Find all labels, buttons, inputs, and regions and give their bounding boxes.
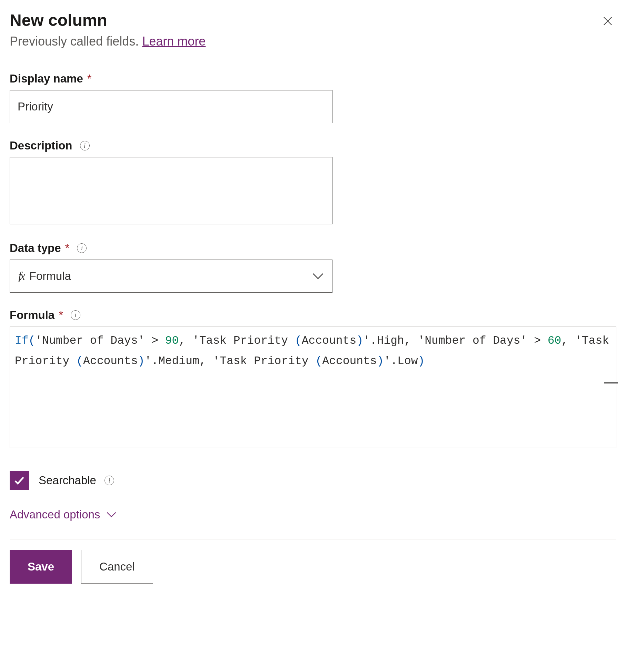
info-icon[interactable]: i xyxy=(105,476,114,485)
searchable-row: Searchable i xyxy=(10,471,616,490)
panel-header: New column xyxy=(10,10,616,31)
searchable-checkbox[interactable] xyxy=(10,471,29,490)
info-icon[interactable]: i xyxy=(80,141,90,150)
advanced-options-label: Advanced options xyxy=(10,508,100,521)
required-indicator: * xyxy=(87,72,92,85)
display-name-label-text: Display name xyxy=(10,72,83,85)
description-input[interactable] xyxy=(10,157,332,224)
checkmark-icon xyxy=(13,474,26,487)
learn-more-link[interactable]: Learn more xyxy=(142,34,206,48)
panel-footer: Save Cancel xyxy=(10,539,616,594)
description-field: Description i xyxy=(10,139,616,226)
display-name-field: Display name * xyxy=(10,72,616,123)
required-indicator: * xyxy=(59,309,63,322)
formula-icon: fx xyxy=(18,270,24,283)
formula-field: Formula * i If('Number of Days' > 90, 'T… xyxy=(10,309,616,448)
data-type-value: Formula xyxy=(29,270,312,283)
panel-title: New column xyxy=(10,10,107,30)
resize-handle-icon[interactable] xyxy=(604,382,618,383)
data-type-label-text: Data type xyxy=(10,242,61,255)
save-button[interactable]: Save xyxy=(10,550,72,584)
close-button[interactable] xyxy=(599,12,616,31)
info-icon[interactable]: i xyxy=(71,310,80,320)
new-column-panel: New column Previously called fields. Lea… xyxy=(0,0,626,594)
description-label: Description i xyxy=(10,139,616,152)
data-type-label: Data type * i xyxy=(10,242,616,255)
formula-editor[interactable]: If('Number of Days' > 90, 'Task Priority… xyxy=(10,327,616,448)
advanced-options-toggle[interactable]: Advanced options xyxy=(10,508,117,521)
panel-subtitle: Previously called fields. Learn more xyxy=(10,34,616,49)
description-label-text: Description xyxy=(10,139,72,152)
subtitle-text: Previously called fields. xyxy=(10,34,142,48)
cancel-button[interactable]: Cancel xyxy=(81,550,153,584)
formula-label: Formula * i xyxy=(10,309,616,322)
searchable-label: Searchable xyxy=(39,474,96,487)
data-type-field: Data type * i fx Formula xyxy=(10,242,616,293)
display-name-label: Display name * xyxy=(10,72,616,85)
required-indicator: * xyxy=(65,242,70,255)
formula-label-text: Formula xyxy=(10,309,54,322)
chevron-down-icon xyxy=(106,512,117,518)
chevron-down-icon xyxy=(312,273,324,280)
display-name-input[interactable] xyxy=(10,90,332,123)
info-icon[interactable]: i xyxy=(77,243,87,253)
close-icon xyxy=(602,15,614,27)
data-type-select[interactable]: fx Formula xyxy=(10,260,332,293)
